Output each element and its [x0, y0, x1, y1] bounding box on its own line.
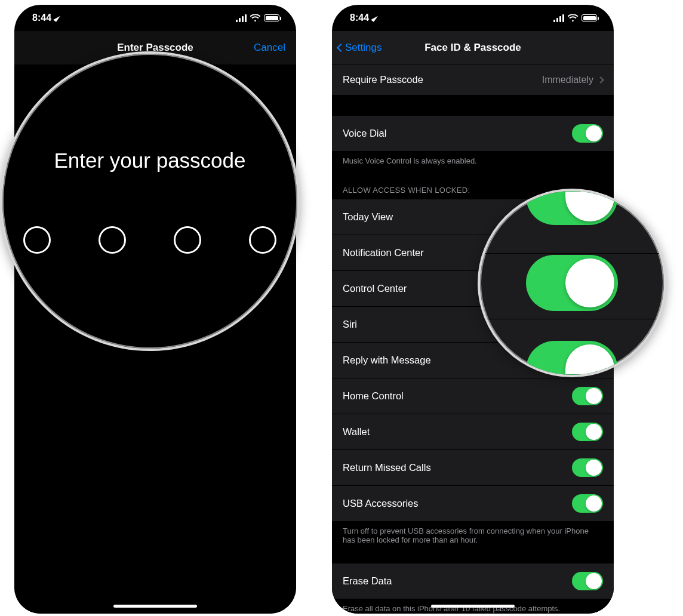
battery-icon	[264, 14, 279, 21]
cell-label: Erase Data	[343, 575, 392, 587]
passcode-dot	[174, 226, 201, 254]
chevron-right-icon	[597, 76, 604, 83]
zoom-toggle-partial-bottom	[526, 341, 618, 377]
voice-dial-toggle[interactable]	[572, 124, 603, 143]
zoom-toggle-partial-top	[526, 189, 618, 225]
cell-label: Home Control	[343, 390, 404, 402]
status-time: 8:44	[32, 13, 51, 23]
zoom-toggle[interactable]	[526, 255, 618, 311]
passcode-dots[interactable]	[23, 226, 276, 254]
cell-label: Voice Dial	[343, 128, 386, 139]
chevron-left-icon	[337, 43, 345, 51]
cell-label: USB Accessories	[343, 498, 419, 509]
usb-footer: Turn off to prevent USB accessories from…	[332, 522, 614, 553]
cell-label: Require Passcode	[343, 74, 423, 85]
battery-icon	[582, 14, 597, 21]
allow-access-cell[interactable]: Wallet	[332, 414, 614, 450]
location-icon	[371, 14, 378, 21]
passcode-dot	[249, 226, 276, 254]
voice-dial-footer: Music Voice Control is always enabled.	[332, 152, 614, 174]
cell-label: Reply with Message	[343, 355, 431, 366]
status-bar: 8:44	[332, 5, 614, 31]
divider	[480, 253, 664, 254]
cellular-icon	[236, 14, 247, 22]
cell-label: Wallet	[343, 426, 370, 438]
back-button[interactable]: Settings	[338, 42, 382, 54]
allow-access-cell[interactable]: Home Control	[332, 378, 614, 414]
home-indicator[interactable]	[113, 605, 197, 608]
wifi-icon	[250, 14, 260, 22]
magnifier-passcode: Enter your passcode	[0, 51, 300, 351]
status-icons	[553, 14, 597, 22]
erase-data-toggle[interactable]	[572, 572, 603, 590]
location-icon	[53, 14, 60, 21]
nav-bar: Settings Face ID & Passcode	[332, 31, 614, 64]
section-gap	[332, 553, 614, 563]
cell-label: Return Missed Calls	[343, 462, 431, 473]
allow-access-toggle[interactable]	[572, 494, 603, 513]
require-passcode-cell[interactable]: Require Passcode Immediately	[332, 64, 614, 96]
allow-access-cell[interactable]: Return Missed Calls	[332, 450, 614, 486]
status-icons	[236, 14, 279, 22]
nav-title: Face ID & Passcode	[424, 42, 521, 54]
passcode-prompt: Enter your passcode	[54, 149, 245, 173]
passcode-dot	[23, 226, 51, 254]
back-label: Settings	[345, 42, 382, 54]
allow-access-toggle[interactable]	[572, 387, 603, 405]
allow-access-toggle[interactable]	[572, 458, 603, 477]
cell-label: Notification Center	[343, 247, 424, 258]
detail-value: Immediately	[542, 75, 593, 85]
cell-label: Today View	[343, 211, 393, 223]
allow-access-cell[interactable]: USB Accessories	[332, 486, 614, 522]
erase-data-cell[interactable]: Erase Data	[332, 563, 614, 599]
divider	[480, 319, 664, 319]
wifi-icon	[568, 14, 578, 22]
passcode-dot	[99, 226, 126, 254]
home-indicator[interactable]	[431, 605, 515, 608]
cellular-icon	[553, 14, 564, 22]
voice-dial-cell[interactable]: Voice Dial	[332, 116, 614, 152]
cell-label: Control Center	[343, 283, 407, 294]
cell-label: Siri	[343, 319, 357, 330]
allow-access-toggle[interactable]	[572, 423, 603, 441]
cancel-button[interactable]: Cancel	[254, 42, 285, 54]
section-gap	[332, 96, 614, 116]
magnifier-toggle	[478, 189, 666, 377]
cell-detail: Immediately	[542, 75, 603, 85]
status-time: 8:44	[350, 13, 369, 23]
status-bar: 8:44	[14, 5, 296, 31]
